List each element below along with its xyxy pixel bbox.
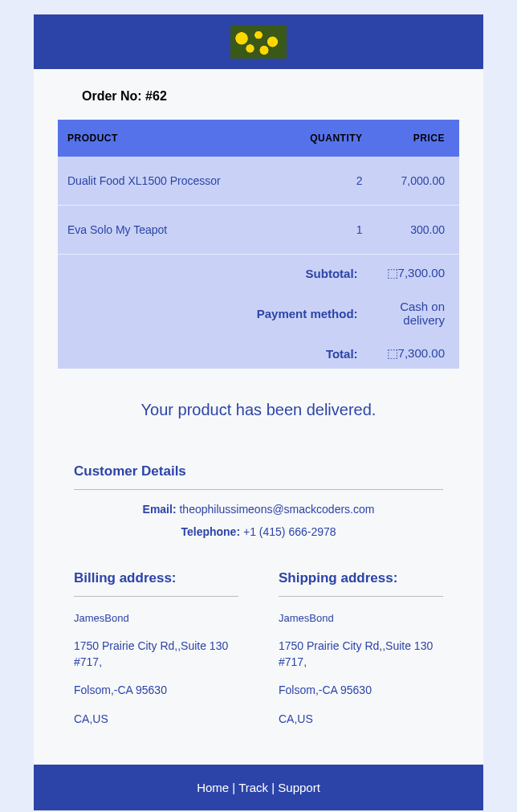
footer-track-link[interactable]: Track [238, 781, 268, 794]
item-qty: 1 [280, 206, 372, 255]
address-columns: Billing address: JamesBond 1750 Prairie … [74, 570, 443, 741]
col-price: PRICE [372, 120, 459, 157]
delivered-message: Your product has been delivered. [34, 369, 483, 463]
col-product: PRODUCT [58, 120, 280, 157]
email-container: Order No: #62 PRODUCT QUANTITY PRICE Dua… [34, 14, 483, 810]
payment-label: Payment method: [58, 288, 372, 335]
item-qty: 2 [280, 157, 372, 206]
subtotal-value: ⬚7,300.00 [372, 255, 459, 289]
phone-label: Telephone: [181, 525, 243, 538]
header [34, 14, 483, 69]
order-number: Order No: #62 [34, 69, 483, 120]
footer: Home | Track | Support [34, 765, 483, 810]
email-label: Email: [143, 503, 180, 516]
order-table-wrap: PRODUCT QUANTITY PRICE Dualit Food XL150… [34, 120, 483, 369]
billing-street: 1750 Prairie City Rd,,Suite 130 #717, [74, 639, 238, 670]
item-name: Eva Solo My Teapot [58, 206, 280, 255]
table-row: Dualit Food XL1500 Processor 2 7,000.00 [58, 157, 459, 206]
total-label: Total: [58, 335, 372, 369]
billing-name: JamesBond [74, 611, 238, 626]
order-table: PRODUCT QUANTITY PRICE Dualit Food XL150… [58, 120, 459, 369]
separator: | [268, 781, 278, 794]
billing-city: Folsom,-CA 95630 [74, 683, 238, 699]
shipping-region: CA,US [279, 712, 443, 728]
payment-value: Cash on delivery [372, 288, 459, 335]
shipping-city: Folsom,-CA 95630 [279, 683, 443, 699]
col-quantity: QUANTITY [280, 120, 372, 157]
billing-region: CA,US [74, 712, 238, 728]
payment-row: Payment method: Cash on delivery [58, 288, 459, 335]
phone-line: Telephone: +1 (415) 666-2978 [74, 525, 443, 538]
subtotal-row: Subtotal: ⬚7,300.00 [58, 255, 459, 289]
customer-details: Customer Details Email: theophilussimeon… [34, 463, 483, 765]
shipping-street: 1750 Prairie City Rd,,Suite 130 #717, [279, 639, 443, 670]
table-row: Eva Solo My Teapot 1 300.00 [58, 206, 459, 255]
shipping-address: Shipping address: JamesBond 1750 Prairie… [279, 570, 443, 741]
total-value: ⬚7,300.00 [372, 335, 459, 369]
shipping-heading: Shipping address: [279, 570, 443, 597]
shipping-name: JamesBond [279, 611, 443, 626]
item-price: 7,000.00 [372, 157, 459, 206]
phone-value: +1 (415) 666-2978 [243, 525, 336, 538]
billing-heading: Billing address: [74, 570, 238, 597]
total-row: Total: ⬚7,300.00 [58, 335, 459, 369]
separator: | [229, 781, 238, 794]
footer-support-link[interactable]: Support [278, 781, 320, 794]
logo-image [230, 25, 287, 59]
customer-details-heading: Customer Details [74, 463, 443, 490]
billing-address: Billing address: JamesBond 1750 Prairie … [74, 570, 238, 741]
footer-home-link[interactable]: Home [197, 781, 229, 794]
email-line: Email: theophilussimeons@smackcoders.com [74, 503, 443, 516]
item-name: Dualit Food XL1500 Processor [58, 157, 280, 206]
subtotal-label: Subtotal: [58, 255, 372, 289]
item-price: 300.00 [372, 206, 459, 255]
email-value: theophilussimeons@smackcoders.com [179, 503, 374, 516]
